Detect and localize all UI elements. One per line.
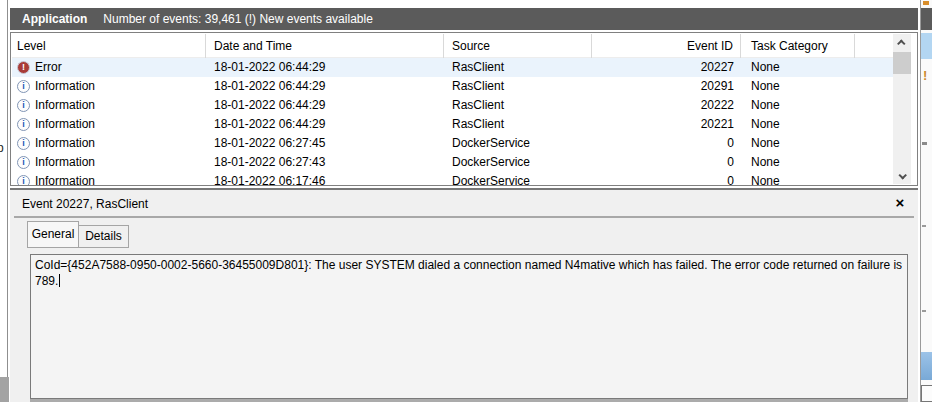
close-icon: ×: [896, 194, 905, 211]
actions-pane-sliver: !: [920, 0, 932, 402]
column-header-eventid[interactable]: Event ID: [592, 34, 741, 58]
cell-level: Information: [35, 77, 95, 96]
cell-taskcategory: None: [741, 172, 855, 185]
cell-source: DockerService: [444, 134, 592, 153]
table-row[interactable]: iInformation 18-01-2022 06:27:43 DockerS…: [12, 153, 900, 172]
scroll-up-button[interactable]: [893, 34, 911, 51]
event-description-box[interactable]: CoId={452A7588-0950-0002-5660-36455009D8…: [30, 254, 908, 399]
warning-icon: !: [923, 68, 927, 83]
cell-datetime: 18-01-2022 06:44:29: [206, 96, 444, 115]
chevron-up-icon: [897, 39, 905, 47]
cell-datetime: 18-01-2022 06:27:43: [206, 153, 444, 172]
table-rows: !Error 18-01-2022 06:44:29 RasClient 202…: [12, 58, 900, 185]
cell-source: DockerService: [444, 153, 592, 172]
cell-eventid: 20227: [592, 58, 741, 77]
cell-datetime: 18-01-2022 06:44:29: [206, 77, 444, 96]
clipped-icon-fragment: [922, 225, 926, 227]
cell-level: Information: [35, 134, 95, 153]
cell-taskcategory: None: [741, 77, 855, 96]
actions-selected-item-fragment[interactable]: [921, 33, 932, 59]
left-pane-scroll-fragment[interactable]: [0, 377, 9, 402]
cell-eventid: 0: [592, 134, 741, 153]
information-icon: i: [17, 175, 30, 185]
scrollbar-thumb[interactable]: [893, 52, 911, 74]
close-detail-button[interactable]: ×: [890, 193, 910, 213]
cell-eventid: 0: [592, 153, 741, 172]
column-header-source[interactable]: Source: [444, 34, 592, 58]
actions-box-fragment: [921, 385, 932, 402]
information-icon: i: [17, 118, 30, 131]
cell-source: RasClient: [444, 77, 592, 96]
cell-taskcategory: None: [741, 115, 855, 134]
table-row[interactable]: !Error 18-01-2022 06:44:29 RasClient 202…: [12, 58, 900, 77]
table-row[interactable]: iInformation 18-01-2022 06:44:29 RasClie…: [12, 77, 900, 96]
cell-datetime: 18-01-2022 06:44:29: [206, 115, 444, 134]
cell-eventid: 0: [592, 172, 741, 185]
cell-taskcategory: None: [741, 58, 855, 77]
cell-datetime: 18-01-2022 06:17:46: [206, 172, 444, 185]
cell-level: Information: [35, 153, 95, 172]
column-header-level[interactable]: Level: [12, 34, 206, 58]
cell-level: Information: [35, 96, 95, 115]
tab-general[interactable]: General: [27, 221, 79, 248]
cell-taskcategory: None: [741, 134, 855, 153]
cell-source: RasClient: [444, 96, 592, 115]
cell-level: Information: [35, 172, 95, 185]
left-pane-clipped-text: p: [0, 141, 4, 155]
cell-datetime: 18-01-2022 06:44:29: [206, 58, 444, 77]
event-description-text: CoId={452A7588-0950-0002-5660-36455009D8…: [35, 258, 902, 288]
column-header-datetime[interactable]: Date and Time: [206, 34, 444, 58]
left-pane-divider: [7, 0, 8, 377]
event-detail-title: Event 20227, RasClient: [22, 197, 148, 211]
clipped-icon-fragment: [922, 142, 927, 145]
scroll-down-button[interactable]: [893, 167, 911, 184]
chevron-down-icon: [898, 171, 906, 179]
column-header-taskcategory[interactable]: Task Category: [741, 34, 855, 58]
actions-item-band-fragment[interactable]: [921, 352, 932, 380]
table-row[interactable]: iInformation 18-01-2022 06:44:29 RasClie…: [12, 96, 900, 115]
table-row[interactable]: iInformation 18-01-2022 06:44:29 RasClie…: [12, 115, 900, 134]
clipped-icon-fragment: [922, 310, 926, 312]
cell-level: Information: [35, 115, 95, 134]
cell-source: RasClient: [444, 115, 592, 134]
information-icon: i: [17, 99, 30, 112]
events-table: Level Date and Time Source Event ID Task…: [10, 32, 918, 186]
tab-details[interactable]: Details: [79, 225, 129, 248]
table-row-clipped[interactable]: iInformation 18-01-2022 06:17:46 DockerS…: [12, 172, 900, 185]
information-icon: i: [17, 80, 30, 93]
error-icon: !: [17, 61, 30, 74]
event-detail-pane: Event 20227, RasClient × General Details…: [10, 188, 918, 402]
cell-eventid: 20291: [592, 77, 741, 96]
log-header-bar: Application Number of events: 39,461 (!)…: [10, 8, 918, 30]
table-row[interactable]: iInformation 18-01-2022 06:27:45 DockerS…: [12, 134, 900, 153]
cell-eventid: 20222: [592, 96, 741, 115]
detail-separator: [14, 216, 914, 218]
log-status-text: Number of events: 39,461 (!) New events …: [103, 12, 372, 26]
information-icon: i: [17, 137, 30, 150]
log-name: Application: [22, 12, 87, 26]
cell-source: RasClient: [444, 58, 592, 77]
cell-source: DockerService: [444, 172, 592, 185]
information-icon: i: [17, 156, 30, 169]
text-caret: [59, 274, 60, 287]
table-vertical-scrollbar[interactable]: [893, 34, 911, 184]
clipped-icon-fragment: [923, 1, 929, 5]
cell-level: Error: [35, 58, 62, 77]
cell-datetime: 18-01-2022 06:27:45: [206, 134, 444, 153]
event-viewer-window: { "window": { "log_name": "Application",…: [0, 0, 932, 402]
cell-taskcategory: None: [741, 96, 855, 115]
cell-taskcategory: None: [741, 153, 855, 172]
cell-eventid: 20221: [592, 115, 741, 134]
actions-pane-header-fragment: [921, 8, 932, 30]
table-header-row: Level Date and Time Source Event ID Task…: [12, 34, 900, 58]
